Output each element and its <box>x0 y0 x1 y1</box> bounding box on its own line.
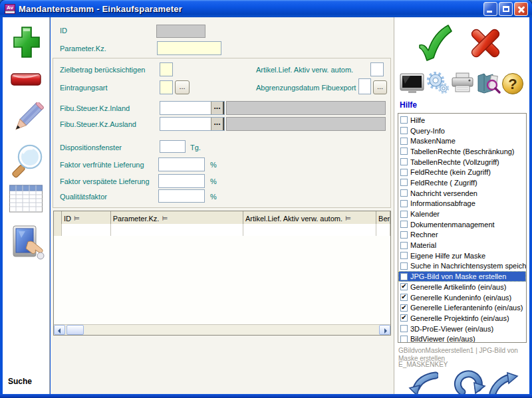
checkbox-icon[interactable] <box>400 304 408 312</box>
close-button[interactable] <box>514 2 528 16</box>
filter-icon[interactable]: ⊨ <box>345 215 351 222</box>
dispositionsfenster-field[interactable] <box>160 140 186 153</box>
faktor-verspaetete-field[interactable] <box>158 174 205 188</box>
checkbox-icon[interactable] <box>400 336 408 343</box>
checkbox-icon[interactable] <box>400 179 408 186</box>
row-selector-cell[interactable] <box>54 224 62 236</box>
search-button[interactable] <box>9 142 46 179</box>
help-list-item[interactable]: Material <box>398 240 526 250</box>
table-cell[interactable] <box>376 224 390 236</box>
qualitaetsfaktor-label: Qualitätsfaktor <box>60 193 107 201</box>
help-list-item[interactable]: Nachricht versenden <box>398 188 526 199</box>
fibu-ausland-field[interactable]: ... <box>160 117 225 131</box>
table-cell[interactable] <box>243 224 376 236</box>
parameter-kz-field[interactable] <box>157 41 221 55</box>
help-item-label: Generelle Kundeninfo (ein/aus) <box>410 294 511 302</box>
help-list-item[interactable]: Dokumentenmanagement <box>398 219 526 230</box>
help-list-item[interactable]: Generelle Artikelinfo (ein/aus) <box>398 282 526 292</box>
help-list-item[interactable]: FeldRechte (kein Zugriff) <box>398 167 526 177</box>
help-checkbox-list[interactable]: HilfeQuery-InfoMaskenNameTabellenRechte … <box>398 113 527 343</box>
table-cell[interactable] <box>62 224 111 236</box>
abgrenzung-browse-button[interactable]: ... <box>373 80 387 94</box>
checkbox-icon[interactable] <box>400 221 408 228</box>
delete-button[interactable] <box>10 72 42 89</box>
screenshot-button[interactable] <box>400 73 425 94</box>
help-list-item[interactable]: Generelle Lieferanteninfo (ein/aus) <box>398 302 526 313</box>
help-list-item[interactable]: MaskenName <box>398 136 526 146</box>
table-view-button[interactable] <box>9 183 43 214</box>
filter-icon[interactable]: ⊨ <box>162 215 168 222</box>
fibu-inland-field[interactable]: ... <box>160 101 225 115</box>
scroll-left-button[interactable] <box>54 325 65 335</box>
navigate-back-button[interactable] <box>408 371 438 397</box>
refresh-button[interactable] <box>453 368 486 397</box>
help-list-item[interactable]: JPG-Bild von Maske erstellen <box>398 271 526 282</box>
help-list-item[interactable]: FeldRechte ( Zugriff) <box>398 177 526 188</box>
checkbox-icon[interactable] <box>400 211 408 218</box>
horizontal-scrollbar[interactable] <box>54 324 390 335</box>
edit-button[interactable] <box>9 102 45 138</box>
filter-icon[interactable]: ⊨ <box>74 215 80 222</box>
help-list-item[interactable]: TabellenRechte (Beschränkung) <box>398 146 526 157</box>
help-button[interactable]: ? <box>501 72 524 95</box>
id-field <box>156 25 205 38</box>
minimize-button[interactable] <box>483 2 497 16</box>
settings-button[interactable] <box>425 72 450 94</box>
scroll-right-button[interactable] <box>379 325 390 335</box>
column-header[interactable]: Parameter.Kz.⊨ <box>111 211 243 224</box>
help-list-item[interactable]: 3D-ProE-Viewer (ein/aus) <box>398 324 526 334</box>
help-list-item[interactable]: Informationsabfrage <box>398 199 526 209</box>
checkbox-icon[interactable] <box>400 148 408 155</box>
checkbox-icon[interactable] <box>400 138 408 145</box>
checkbox-icon[interactable] <box>400 273 408 280</box>
checkbox-icon[interactable] <box>400 200 408 207</box>
fibu-ausland-browse-button[interactable]: ... <box>211 118 224 130</box>
faktor-verfruehte-field[interactable] <box>158 157 205 171</box>
help-list-item[interactable]: Generelle Projektinfo (ein/aus) <box>398 313 526 324</box>
checkbox-icon[interactable] <box>400 127 408 134</box>
column-header[interactable]: Ber <box>376 211 390 224</box>
column-header[interactable]: ID⊨ <box>62 211 111 224</box>
table-cell[interactable] <box>111 224 243 236</box>
checkbox-icon[interactable] <box>400 325 408 332</box>
abgrenzung-field[interactable] <box>358 78 371 94</box>
print-button[interactable] <box>450 72 475 94</box>
cancel-button[interactable] <box>466 25 505 61</box>
column-header[interactable]: Artikel.Lief. Aktiv verw. autom.⊨ <box>243 211 376 224</box>
navigate-forward-button[interactable] <box>489 371 519 396</box>
maximize-button[interactable] <box>499 2 513 16</box>
fibu-inland-browse-button[interactable]: ... <box>211 102 224 114</box>
eintragungsart-browse-button[interactable]: ... <box>175 80 190 94</box>
checkbox-icon[interactable] <box>400 189 408 197</box>
table-row[interactable] <box>54 224 390 236</box>
help-list-item[interactable]: Generelle Kundeninfo (ein/aus) <box>398 292 526 303</box>
help-list-item[interactable]: BildViewer (ein/aus) <box>398 334 526 343</box>
scrollbar-thumb[interactable] <box>66 325 84 335</box>
help-list-item[interactable]: Query-Info <box>398 126 526 136</box>
checkbox-icon[interactable] <box>400 262 408 270</box>
checkbox-icon[interactable] <box>400 169 408 176</box>
help-list-item[interactable]: TabellenRechte (Vollzugriff) <box>398 157 526 167</box>
qualitaetsfaktor-field[interactable] <box>158 189 205 203</box>
checkbox-icon[interactable] <box>400 231 408 239</box>
zielbetrag-field[interactable] <box>160 62 173 76</box>
checkbox-icon[interactable] <box>400 242 408 249</box>
help-list-item[interactable]: Rechner <box>398 230 526 241</box>
checkbox-icon[interactable] <box>400 116 408 124</box>
checkbox-icon[interactable] <box>400 314 408 322</box>
checkbox-icon[interactable] <box>400 283 408 290</box>
artikel-lief-field[interactable] <box>370 62 384 76</box>
touch-select-button[interactable] <box>11 225 45 263</box>
checkbox-icon[interactable] <box>400 294 408 301</box>
help-list-item[interactable]: Suche in Nachrichtensystem speich <box>398 261 526 272</box>
eintragungsart-field[interactable] <box>160 80 173 94</box>
help-list-item[interactable]: Eigene Hilfe zur Maske <box>398 250 526 261</box>
ok-button[interactable] <box>413 21 453 62</box>
checkbox-icon[interactable] <box>400 158 408 165</box>
add-button[interactable] <box>11 25 42 60</box>
help-list-item[interactable]: Hilfe <box>398 115 526 126</box>
document-search-button[interactable] <box>475 72 501 94</box>
help-list-item[interactable]: Kalender <box>398 209 526 219</box>
titlebar[interactable]: Av Mandantenstamm - Einkaufsparameter <box>0 0 532 17</box>
checkbox-icon[interactable] <box>400 252 408 259</box>
